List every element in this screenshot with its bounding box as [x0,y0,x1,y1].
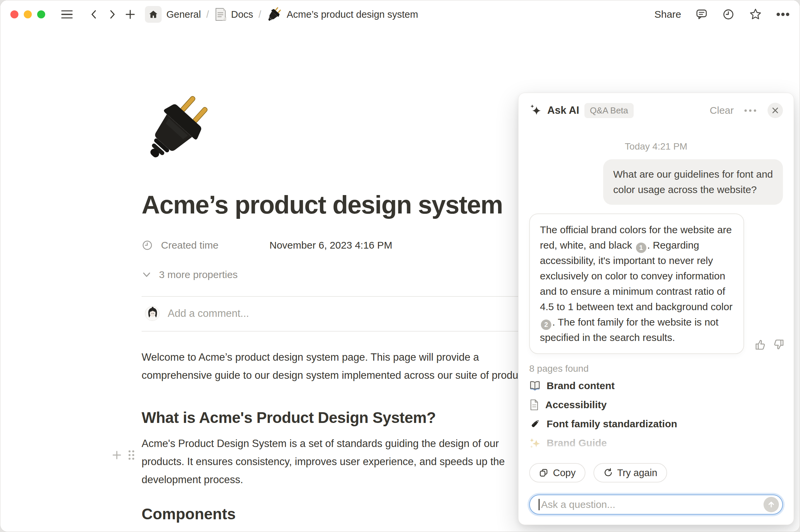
clear-button[interactable]: Clear [710,105,734,116]
close-icon [771,107,779,114]
ask-ai-header: Ask AI Q&A Beta Clear [529,102,783,119]
forward-button[interactable] [105,7,119,22]
plus-icon [111,449,123,461]
close-window-button[interactable] [11,11,18,18]
star-icon [749,8,762,21]
breadcrumb-item-docs[interactable]: Docs [231,9,253,20]
answer-text: . The font family for the website is not… [540,317,718,343]
page-result-brand-guide[interactable]: Brand Guide [529,433,783,452]
avatar [145,306,160,321]
refresh-icon [603,468,613,477]
pages-found-label: 8 pages found [529,363,783,374]
thumbs-up-icon [754,339,766,350]
drag-handle-icon[interactable] [129,450,134,460]
ai-answer-wrap: The official brand colors for the websit… [529,213,744,354]
breadcrumb-separator: / [206,9,209,20]
question-line: color usage across the website? [613,182,773,197]
qa-beta-badge: Q&A Beta [584,103,633,118]
pen-icon [529,418,541,430]
ai-answer-bubble: The official brand colors for the websit… [529,213,744,354]
thumbs-down-button[interactable] [773,339,785,350]
arrow-up-icon [767,500,775,509]
more-properties-label: 3 more properties [159,269,238,280]
thumbs-up-button[interactable] [754,339,766,350]
window-controls [11,11,45,18]
page-plug-emoji[interactable] [142,93,212,165]
chat-timestamp: Today 4:21 PM [529,141,783,152]
new-tab-button[interactable] [123,7,137,22]
citation-badge-1[interactable]: 1 [636,243,646,253]
add-block-button[interactable] [111,449,123,461]
page-result-title: Brand content [546,380,615,392]
copy-button[interactable]: Copy [529,463,585,482]
home-icon [149,10,158,19]
toolbar: General / Docs / Acme’s product design s… [0,0,800,28]
share-button[interactable]: Share [654,9,681,20]
comment-icon [695,8,708,21]
back-button[interactable] [87,7,101,22]
created-time-property[interactable]: Created time [142,240,269,251]
sidebar-toggle-icon[interactable] [61,11,73,19]
ask-ai-panel: Ask AI Q&A Beta Clear Today 4:21 PM What… [518,93,794,525]
add-comment-input[interactable]: Add a comment... [168,307,249,320]
zoom-window-button[interactable] [37,11,45,18]
plus-icon [125,9,136,20]
minimize-window-button[interactable] [24,11,32,18]
text-cursor [539,499,540,510]
page-result-title: Brand Guide [546,437,607,449]
toolbar-actions: Share [654,8,789,21]
clock-icon [142,240,153,251]
page-result-brand-content[interactable]: Brand content [529,376,783,395]
block-handles [111,449,134,461]
breadcrumb-home-button[interactable] [145,6,162,23]
pages-found-list: Brand content Accessibility Font family … [529,376,783,452]
page-result-title: Accessibility [545,399,607,411]
sparkles-icon [529,437,541,449]
answer-actions: Copy Try again [529,463,783,482]
thumbs-down-icon [773,339,785,350]
plug-page-icon [266,7,282,22]
history-button[interactable] [722,8,735,21]
book-icon [529,380,541,391]
try-again-label: Try again [617,468,657,478]
breadcrumb: General / Docs / Acme’s product design s… [145,6,418,23]
question-line: What are our guidelines for font and [613,167,773,182]
chevron-down-icon [142,270,152,280]
app-window: General / Docs / Acme’s product design s… [0,0,800,532]
chevron-right-icon [107,9,117,20]
docs-page-icon [214,8,226,21]
created-time-value[interactable]: November 6, 2023 4:16 PM [269,240,392,251]
chevron-left-icon [89,9,99,20]
try-again-button[interactable]: Try again [594,463,667,482]
citation-badge-2[interactable]: 2 [541,320,551,330]
breadcrumb-item-page[interactable]: Acme’s product design system [286,9,418,20]
page-result-accessibility[interactable]: Accessibility [529,395,783,414]
page-icon [529,399,539,411]
close-panel-button[interactable] [767,103,783,118]
copy-icon [539,468,548,477]
breadcrumb-separator: / [258,9,262,20]
input-placeholder: Ask a question... [541,499,764,510]
user-question-bubble: What are our guidelines for font and col… [603,159,783,205]
breadcrumb-item-general[interactable]: General [166,9,201,20]
comments-button[interactable] [695,8,708,21]
panel-more-options-button[interactable] [744,109,756,112]
clock-icon [722,8,735,21]
copy-label: Copy [553,468,576,478]
ellipsis-icon [776,12,789,16]
more-options-button[interactable] [776,12,789,16]
ask-question-input[interactable]: Ask a question... [529,495,783,515]
ai-sparkle-icon [529,104,543,117]
favorite-button[interactable] [749,8,762,21]
page-result-font-family[interactable]: Font family standardization [529,414,783,433]
property-label: Created time [161,240,219,251]
send-button[interactable] [764,497,779,512]
page-result-title: Font family standardization [546,418,677,430]
feedback-buttons [754,339,785,350]
ask-ai-title: Ask AI [547,104,579,116]
